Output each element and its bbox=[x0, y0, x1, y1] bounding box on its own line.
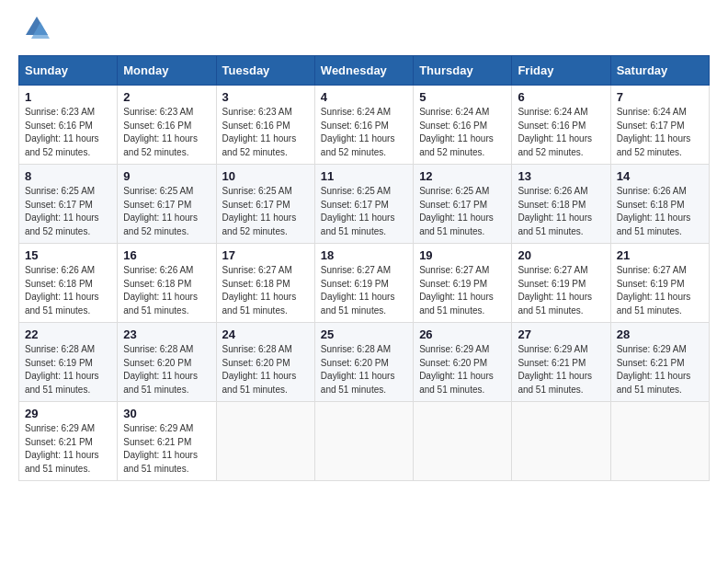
day-info: Sunrise: 6:29 AMSunset: 6:21 PMDaylight:… bbox=[617, 344, 691, 395]
calendar-cell: 10 Sunrise: 6:25 AMSunset: 6:17 PMDaylig… bbox=[216, 165, 314, 244]
column-header-thursday: Thursday bbox=[414, 56, 512, 86]
day-info: Sunrise: 6:29 AMSunset: 6:21 PMDaylight:… bbox=[518, 344, 592, 395]
calendar-cell: 25 Sunrise: 6:28 AMSunset: 6:20 PMDaylig… bbox=[314, 323, 413, 402]
day-number: 11 bbox=[321, 169, 407, 183]
calendar-cell: 18 Sunrise: 6:27 AMSunset: 6:19 PMDaylig… bbox=[314, 244, 413, 323]
column-header-friday: Friday bbox=[512, 56, 610, 86]
calendar-cell: 27 Sunrise: 6:29 AMSunset: 6:21 PMDaylig… bbox=[512, 323, 610, 402]
day-info: Sunrise: 6:25 AMSunset: 6:17 PMDaylight:… bbox=[222, 186, 297, 236]
day-number: 1 bbox=[25, 90, 111, 104]
calendar-body: 1 Sunrise: 6:23 AMSunset: 6:16 PMDayligh… bbox=[19, 86, 710, 481]
day-info: Sunrise: 6:26 AMSunset: 6:18 PMDaylight:… bbox=[617, 186, 691, 236]
day-info: Sunrise: 6:28 AMSunset: 6:20 PMDaylight:… bbox=[123, 344, 198, 395]
calendar-cell bbox=[414, 402, 512, 481]
page-header bbox=[18, 18, 710, 40]
calendar-cell: 23 Sunrise: 6:28 AMSunset: 6:20 PMDaylig… bbox=[118, 323, 216, 402]
calendar-cell: 30 Sunrise: 6:29 AMSunset: 6:21 PMDaylig… bbox=[118, 402, 216, 481]
day-info: Sunrise: 6:25 AMSunset: 6:17 PMDaylight:… bbox=[419, 186, 494, 236]
day-number: 4 bbox=[321, 90, 407, 104]
logo bbox=[18, 18, 50, 40]
day-number: 12 bbox=[419, 169, 506, 183]
day-info: Sunrise: 6:28 AMSunset: 6:19 PMDaylight:… bbox=[25, 344, 99, 395]
calendar-week-row: 8 Sunrise: 6:25 AMSunset: 6:17 PMDayligh… bbox=[19, 165, 710, 244]
day-number: 17 bbox=[222, 248, 309, 262]
day-number: 6 bbox=[518, 90, 604, 104]
day-info: Sunrise: 6:26 AMSunset: 6:18 PMDaylight:… bbox=[123, 265, 198, 316]
calendar-cell: 3 Sunrise: 6:23 AMSunset: 6:16 PMDayligh… bbox=[216, 86, 314, 165]
calendar-week-row: 15 Sunrise: 6:26 AMSunset: 6:18 PMDaylig… bbox=[19, 244, 710, 323]
column-header-monday: Monday bbox=[118, 56, 216, 86]
day-info: Sunrise: 6:23 AMSunset: 6:16 PMDaylight:… bbox=[25, 107, 99, 157]
calendar-week-row: 29 Sunrise: 6:29 AMSunset: 6:21 PMDaylig… bbox=[19, 402, 710, 481]
calendar-cell bbox=[610, 402, 709, 481]
calendar-cell: 12 Sunrise: 6:25 AMSunset: 6:17 PMDaylig… bbox=[414, 165, 512, 244]
calendar-cell: 1 Sunrise: 6:23 AMSunset: 6:16 PMDayligh… bbox=[19, 86, 118, 165]
day-number: 8 bbox=[25, 169, 111, 183]
calendar-cell bbox=[314, 402, 413, 481]
day-info: Sunrise: 6:27 AMSunset: 6:19 PMDaylight:… bbox=[321, 265, 395, 316]
day-number: 5 bbox=[419, 90, 506, 104]
day-number: 9 bbox=[123, 169, 210, 183]
day-number: 21 bbox=[617, 248, 703, 262]
day-info: Sunrise: 6:27 AMSunset: 6:19 PMDaylight:… bbox=[518, 265, 592, 316]
day-number: 22 bbox=[25, 327, 111, 341]
day-info: Sunrise: 6:23 AMSunset: 6:16 PMDaylight:… bbox=[123, 107, 198, 157]
day-number: 2 bbox=[123, 90, 210, 104]
day-number: 13 bbox=[518, 169, 604, 183]
day-info: Sunrise: 6:23 AMSunset: 6:16 PMDaylight:… bbox=[222, 107, 297, 157]
day-info: Sunrise: 6:28 AMSunset: 6:20 PMDaylight:… bbox=[222, 344, 297, 395]
calendar-week-row: 1 Sunrise: 6:23 AMSunset: 6:16 PMDayligh… bbox=[19, 86, 710, 165]
calendar-cell: 4 Sunrise: 6:24 AMSunset: 6:16 PMDayligh… bbox=[314, 86, 413, 165]
day-number: 18 bbox=[321, 248, 407, 262]
day-info: Sunrise: 6:29 AMSunset: 6:21 PMDaylight:… bbox=[25, 423, 99, 474]
logo-icon bbox=[24, 15, 50, 40]
day-info: Sunrise: 6:24 AMSunset: 6:16 PMDaylight:… bbox=[518, 107, 592, 157]
day-info: Sunrise: 6:24 AMSunset: 6:16 PMDaylight:… bbox=[419, 107, 494, 157]
calendar-cell: 22 Sunrise: 6:28 AMSunset: 6:19 PMDaylig… bbox=[19, 323, 118, 402]
calendar-table: SundayMondayTuesdayWednesdayThursdayFrid… bbox=[18, 55, 710, 481]
day-info: Sunrise: 6:26 AMSunset: 6:18 PMDaylight:… bbox=[25, 265, 99, 316]
calendar-cell: 6 Sunrise: 6:24 AMSunset: 6:16 PMDayligh… bbox=[512, 86, 610, 165]
calendar-cell: 24 Sunrise: 6:28 AMSunset: 6:20 PMDaylig… bbox=[216, 323, 314, 402]
day-info: Sunrise: 6:27 AMSunset: 6:19 PMDaylight:… bbox=[419, 265, 494, 316]
day-info: Sunrise: 6:28 AMSunset: 6:20 PMDaylight:… bbox=[321, 344, 395, 395]
calendar-cell: 5 Sunrise: 6:24 AMSunset: 6:16 PMDayligh… bbox=[414, 86, 512, 165]
calendar-cell: 7 Sunrise: 6:24 AMSunset: 6:17 PMDayligh… bbox=[610, 86, 709, 165]
day-info: Sunrise: 6:29 AMSunset: 6:20 PMDaylight:… bbox=[419, 344, 494, 395]
calendar-cell bbox=[216, 402, 314, 481]
day-info: Sunrise: 6:25 AMSunset: 6:17 PMDaylight:… bbox=[123, 186, 198, 236]
column-header-sunday: Sunday bbox=[19, 56, 118, 86]
calendar-cell: 16 Sunrise: 6:26 AMSunset: 6:18 PMDaylig… bbox=[118, 244, 216, 323]
column-header-saturday: Saturday bbox=[610, 56, 709, 86]
day-info: Sunrise: 6:24 AMSunset: 6:17 PMDaylight:… bbox=[617, 107, 691, 157]
calendar-week-row: 22 Sunrise: 6:28 AMSunset: 6:19 PMDaylig… bbox=[19, 323, 710, 402]
calendar-cell: 13 Sunrise: 6:26 AMSunset: 6:18 PMDaylig… bbox=[512, 165, 610, 244]
calendar-cell: 19 Sunrise: 6:27 AMSunset: 6:19 PMDaylig… bbox=[414, 244, 512, 323]
day-number: 14 bbox=[617, 169, 703, 183]
calendar-cell: 15 Sunrise: 6:26 AMSunset: 6:18 PMDaylig… bbox=[19, 244, 118, 323]
day-info: Sunrise: 6:27 AMSunset: 6:18 PMDaylight:… bbox=[222, 265, 297, 316]
day-number: 29 bbox=[25, 407, 111, 420]
day-number: 24 bbox=[222, 327, 309, 341]
day-number: 19 bbox=[419, 248, 506, 262]
column-header-tuesday: Tuesday bbox=[216, 56, 314, 86]
day-number: 20 bbox=[518, 248, 604, 262]
calendar-cell: 20 Sunrise: 6:27 AMSunset: 6:19 PMDaylig… bbox=[512, 244, 610, 323]
day-number: 27 bbox=[518, 327, 604, 341]
day-number: 7 bbox=[617, 90, 703, 104]
day-info: Sunrise: 6:25 AMSunset: 6:17 PMDaylight:… bbox=[321, 186, 395, 236]
day-info: Sunrise: 6:27 AMSunset: 6:19 PMDaylight:… bbox=[617, 265, 691, 316]
calendar-cell: 14 Sunrise: 6:26 AMSunset: 6:18 PMDaylig… bbox=[610, 165, 709, 244]
calendar-cell: 17 Sunrise: 6:27 AMSunset: 6:18 PMDaylig… bbox=[216, 244, 314, 323]
calendar-cell: 21 Sunrise: 6:27 AMSunset: 6:19 PMDaylig… bbox=[610, 244, 709, 323]
calendar-cell: 11 Sunrise: 6:25 AMSunset: 6:17 PMDaylig… bbox=[314, 165, 413, 244]
day-number: 10 bbox=[222, 169, 309, 183]
day-number: 26 bbox=[419, 327, 506, 341]
calendar-cell: 8 Sunrise: 6:25 AMSunset: 6:17 PMDayligh… bbox=[19, 165, 118, 244]
calendar-cell: 29 Sunrise: 6:29 AMSunset: 6:21 PMDaylig… bbox=[19, 402, 118, 481]
day-info: Sunrise: 6:25 AMSunset: 6:17 PMDaylight:… bbox=[25, 186, 99, 236]
day-number: 3 bbox=[222, 90, 309, 104]
day-number: 15 bbox=[25, 248, 111, 262]
calendar-cell: 28 Sunrise: 6:29 AMSunset: 6:21 PMDaylig… bbox=[610, 323, 709, 402]
calendar-cell: 26 Sunrise: 6:29 AMSunset: 6:20 PMDaylig… bbox=[414, 323, 512, 402]
